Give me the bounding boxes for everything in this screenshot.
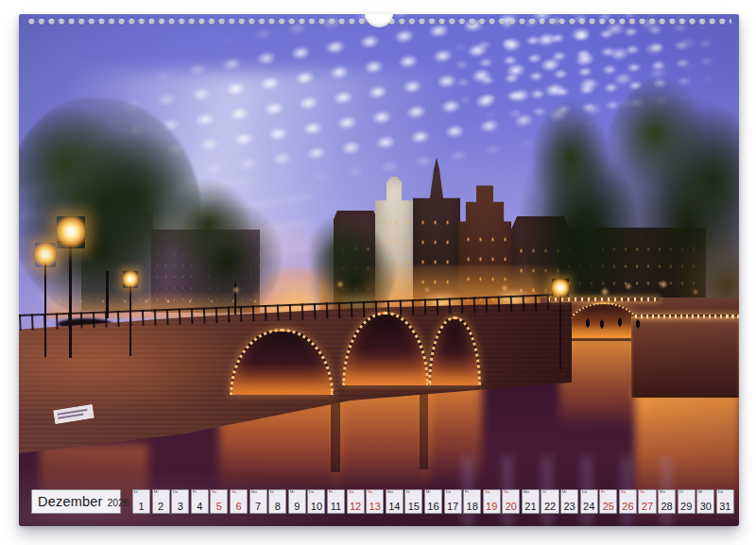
weekday-label: Sa (212, 490, 216, 494)
weekday-label: Di (270, 490, 274, 494)
day-cell-19: Sa19 (483, 489, 501, 514)
day-number: 5 (211, 501, 227, 512)
day-cell-27: So27 (638, 489, 656, 514)
day-number: 18 (464, 501, 480, 512)
day-cell-3: Do3 (171, 489, 189, 514)
day-number: 11 (328, 501, 344, 512)
day-number: 24 (581, 501, 597, 512)
day-cell-11: Fr11 (327, 489, 345, 514)
weekday-label: Do (446, 490, 451, 494)
day-number: 31 (717, 501, 733, 512)
photo-vignette (19, 14, 739, 526)
day-cell-18: Fr18 (463, 489, 481, 514)
day-cell-22: Di22 (541, 489, 558, 514)
day-cell-24: Do24 (580, 489, 598, 514)
day-number: 21 (523, 501, 539, 512)
weekday-label: Do (309, 490, 314, 494)
day-number: 2 (153, 501, 169, 512)
day-cell-23: Mi23 (560, 489, 578, 514)
day-number: 25 (600, 501, 616, 512)
day-cell-21: Mo21 (522, 489, 540, 514)
day-cell-4: Fr4 (191, 489, 209, 514)
weekday-label: So (232, 490, 236, 494)
product-photo-canvas: Dezember 2026 Di1Mi2Do3Fr4Sa5So6Mo7Di8Mi… (0, 0, 756, 545)
day-cell-16: Mi16 (424, 489, 442, 514)
day-number: 17 (445, 501, 461, 512)
weekday-label: So (504, 490, 508, 494)
weekday-label: Do (173, 490, 178, 494)
weekday-label: Mi (154, 490, 158, 494)
day-cell-7: Mo7 (249, 489, 267, 514)
weekday-label: Do (582, 490, 587, 494)
day-number: 6 (231, 501, 247, 512)
day-cell-17: Do17 (444, 489, 462, 514)
day-cell-13: So13 (366, 489, 384, 514)
weekday-label: Mi (426, 490, 430, 494)
month-name: Dezember (38, 494, 103, 509)
day-cell-29: Di29 (678, 489, 696, 514)
month-label-box: Dezember 2026 (31, 489, 121, 514)
weekday-label: Mo (660, 490, 665, 494)
calendar-page: Dezember 2026 Di1Mi2Do3Fr4Sa5So6Mo7Di8Mi… (19, 14, 739, 526)
day-number: 3 (172, 501, 188, 512)
weekday-label: Fr (329, 490, 333, 494)
day-number: 14 (387, 501, 403, 512)
day-cell-6: So6 (230, 489, 248, 514)
day-cell-20: So20 (502, 489, 520, 514)
weekday-label: Sa (621, 490, 626, 494)
day-cell-12: Sa12 (347, 489, 365, 514)
weekday-label: Mo (387, 490, 393, 494)
day-number: 29 (679, 501, 695, 512)
weekday-label: Fr (193, 490, 197, 494)
weekday-label: Mi (290, 490, 294, 494)
day-number: 30 (697, 501, 713, 512)
day-number: 7 (250, 501, 266, 512)
weekday-label: Mo (524, 490, 529, 494)
day-cell-14: Mo14 (386, 489, 404, 514)
day-cell-15: Di15 (404, 489, 422, 514)
day-number: 9 (289, 501, 305, 512)
day-number: 16 (425, 501, 441, 512)
day-cell-30: Mi30 (696, 489, 714, 514)
weekday-label: Fr (465, 490, 469, 494)
weekday-label: Di (542, 490, 546, 494)
day-cell-8: Di8 (268, 489, 286, 514)
weekday-label: Mi (698, 490, 702, 494)
day-number: 19 (484, 501, 500, 512)
weekday-label: Sa (349, 490, 353, 494)
day-number: 27 (639, 501, 655, 512)
day-number: 15 (405, 501, 421, 512)
day-cell-25: Fr25 (599, 489, 617, 514)
weekday-label: Di (679, 490, 683, 494)
day-number: 20 (503, 501, 519, 512)
day-number: 1 (133, 501, 149, 512)
weekday-label: Sa (485, 490, 490, 494)
day-cell-1: Di1 (132, 489, 150, 514)
weekday-label: Mi (562, 490, 566, 494)
day-cell-10: Do10 (307, 489, 325, 514)
weekday-label: Di (134, 490, 138, 494)
day-number: 13 (367, 501, 383, 512)
day-cell-31: Do31 (716, 489, 734, 514)
weekday-label: So (368, 490, 372, 494)
weekday-label: Mo (251, 490, 257, 494)
day-cells: Di1Mi2Do3Fr4Sa5So6Mo7Di8Mi9Do10Fr11Sa12S… (132, 489, 734, 514)
day-number: 28 (659, 501, 675, 512)
day-number: 22 (541, 501, 558, 512)
weekday-label: Di (406, 490, 410, 494)
day-cell-2: Mi2 (152, 489, 170, 514)
day-number: 23 (561, 501, 577, 512)
day-number: 4 (192, 501, 208, 512)
year-label: 2026 (108, 497, 129, 508)
day-cell-28: Mo28 (658, 489, 676, 514)
weekday-label: Do (718, 490, 723, 494)
day-number: 10 (308, 501, 324, 512)
weekday-label: Fr (601, 490, 605, 494)
day-number: 12 (348, 501, 364, 512)
day-cell-9: Mi9 (288, 489, 306, 514)
day-cell-26: Sa26 (619, 489, 637, 514)
day-number: 26 (620, 501, 636, 512)
day-number: 8 (269, 501, 285, 512)
weekday-label: So (640, 490, 644, 494)
day-cell-5: Sa5 (210, 489, 228, 514)
